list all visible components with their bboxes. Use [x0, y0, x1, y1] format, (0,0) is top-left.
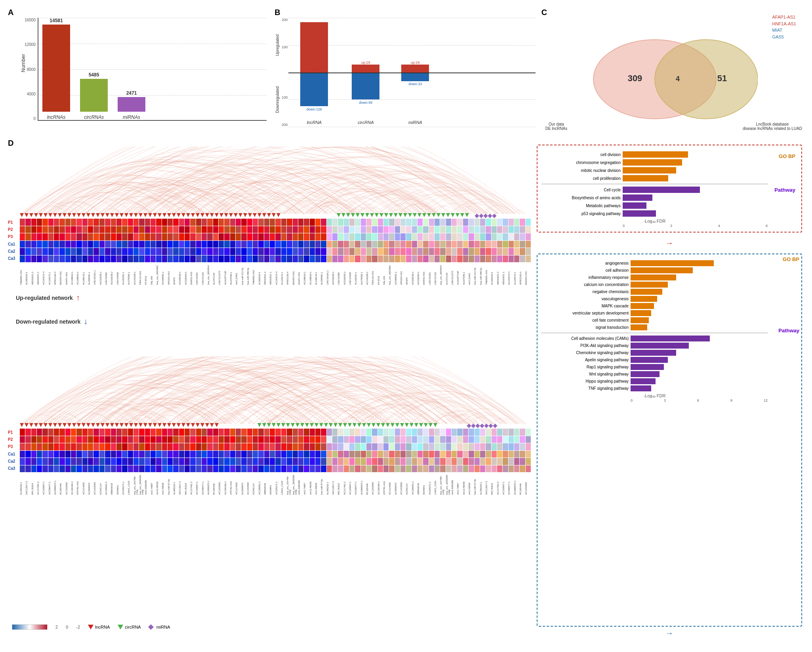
- bar-p53: [623, 210, 656, 217]
- colorbar-val-2: 2: [55, 625, 58, 629]
- gobp-label-upper: GO BP: [779, 153, 795, 159]
- bar-label-tnf: TNF signaling pathway: [541, 386, 629, 391]
- row-label-p2: P2: [8, 227, 19, 232]
- bar-chemotaxis: [631, 289, 662, 295]
- bar-vasculogenesis: [631, 296, 657, 302]
- colorbar-group: [12, 624, 48, 630]
- bar-label-vasculogenesis: vasculogenesis: [541, 297, 629, 301]
- x-axis-lower: -Log₁₀ FDR: [541, 393, 797, 398]
- upper-right-chart: GO BP cell division chromosome segregati…: [537, 145, 802, 233]
- bar-pi3k: [631, 343, 689, 349]
- svg-point-1: [655, 40, 758, 119]
- bar-row-metabolic: Metabolic pathways: [541, 202, 768, 209]
- legend-circrna-label: circRNA: [125, 625, 141, 629]
- bar-row-wnt: Wnt signaling pathway: [541, 371, 768, 377]
- bar-label-rap1: Rap1 signaling pathway: [541, 365, 629, 369]
- bar-apelin: [631, 357, 668, 363]
- lower-pathway-bars: Cell adhesion molecules (CAMs) PI3K-Akt …: [541, 336, 797, 391]
- bar-ventricular: [631, 310, 651, 316]
- venn-right-label: LncBook database disease lncRNAs related…: [743, 122, 802, 131]
- bar-label-apelin: Apelin signaling pathway: [541, 358, 629, 362]
- legend-lncrna-label: lncRNA: [95, 625, 110, 629]
- bar-row-cell-prolif: cell proliferation: [541, 175, 768, 181]
- colorbar-val-neg2: -2: [76, 625, 80, 629]
- bar-cell-cycle: [623, 187, 700, 193]
- bar-chrom-seg: [623, 159, 682, 166]
- bar-cell-division: [623, 151, 688, 158]
- bar-row-cams: Cell adhesion molecules (CAMs): [541, 336, 768, 341]
- mirna-up-bar: [401, 65, 429, 72]
- svg-text:51: 51: [717, 73, 727, 83]
- bar-label-cell-division: cell division: [541, 153, 621, 157]
- lncrna-up-label: up:185: [300, 68, 328, 72]
- bar-chemokine: [631, 350, 676, 356]
- legend-mirna-label: miRNA: [156, 625, 170, 629]
- bar-signal-trans: [631, 324, 647, 330]
- lncrna-x-label: lncRNA: [300, 120, 328, 125]
- lncrna-down-bar: [300, 72, 328, 106]
- bar-row-chrom-seg: chromosome segregation: [541, 159, 768, 166]
- mirna-down-bar: [401, 72, 429, 81]
- bar-label-angiogenesis: angiogenesis: [541, 261, 629, 265]
- bar-label-cell-adhesion: cell adhesion: [541, 268, 629, 273]
- bar-row-apelin: Apelin signaling pathway: [541, 357, 768, 363]
- bar-label-wnt: Wnt signaling pathway: [541, 372, 629, 376]
- bar-row-chemokine: Chemokine signaling pathway: [541, 350, 768, 356]
- bar-row-rap1: Rap1 signaling pathway: [541, 364, 768, 370]
- panel-c: C AFAP1-AS1 HNF1A-AS1 MIAT GAS5 309 4: [541, 8, 804, 135]
- venn-svg: 309 4 51: [587, 34, 758, 125]
- bar-label-metabolic: Metabolic pathways: [541, 204, 621, 208]
- bar-label-p53: p53 signaling pathway: [541, 212, 621, 216]
- pathway-label-lower: Pathway: [778, 328, 799, 334]
- bar-row-pi3k: PI3K-Akt signaling pathway: [541, 343, 768, 349]
- legend-lncrna: lncRNA: [88, 625, 110, 629]
- circrna-triangles-lower: [257, 423, 467, 429]
- bar-label-mapk: MAPK cascade: [541, 304, 629, 308]
- legend-area: 2 0 -2 lncRNA circRNA miRNA: [12, 624, 170, 630]
- lncrna-triangles-lower: [20, 423, 257, 429]
- row-label-p1: P1: [8, 220, 19, 225]
- venn-diagram: 309 4 51: [541, 24, 804, 135]
- bar-label-calcium: calcium ion concentration: [541, 282, 629, 287]
- lower-right-chart: GO BP angiogenesis cell adhesion inflamm…: [537, 254, 802, 627]
- bar-row-vasculogenesis: vasculogenesis: [541, 296, 768, 302]
- upper-arrow-connector: →: [537, 238, 802, 248]
- pathway-label-upper: Pathway: [774, 187, 795, 193]
- colorbar-val-0: 0: [66, 625, 68, 629]
- separator-lower: [541, 333, 768, 333]
- downregulated-label: Downregulated: [275, 86, 280, 113]
- row-label-ca2: Ca2: [8, 249, 19, 254]
- x-ticks-lower: 036912: [541, 398, 797, 402]
- bar-label-ventricular: ventricular septum development: [541, 311, 629, 315]
- panel-a-label: A: [8, 8, 13, 17]
- bar-rap1: [631, 364, 664, 370]
- circrna-triangles-upper: [337, 213, 475, 219]
- bar-label-cell-cycle: Cell cycle: [541, 188, 621, 192]
- bar-row-hippo: Hippo signaling pathway: [541, 378, 768, 384]
- panel-b-label: B: [274, 8, 280, 17]
- bar-lncrna-rect: [42, 25, 70, 112]
- bar-label-chemotaxis: negative chemotaxis: [541, 290, 629, 294]
- lncrna-up-bar: [300, 22, 328, 72]
- main-container: A Number 16000 12000 8000 4000: [0, 0, 812, 652]
- bar-mitotic: [623, 167, 676, 173]
- lower-markers-row: [20, 423, 527, 429]
- panel-c-label: C: [541, 8, 547, 17]
- bar-lncrna: 14581 lncRNAs: [42, 18, 70, 120]
- bar-row-cell-division: cell division: [541, 151, 768, 158]
- panel-a: A Number 16000 12000 8000 4000: [8, 8, 271, 135]
- lncrna-down-label: down:128: [300, 107, 328, 111]
- bar-calcium: [631, 282, 668, 288]
- lower-row-labels: P1 P2 P3 Ca1 Ca2 Ca3: [8, 429, 19, 472]
- mirna-down-label: down:33: [401, 82, 429, 86]
- legend-mirna: miRNA: [149, 625, 170, 629]
- bar-mapk: [631, 303, 654, 309]
- upregulated-label: Upregulated: [275, 34, 280, 56]
- bar-label-cell-fate: cell fate commitment: [541, 318, 629, 322]
- bar-row-mapk: MAPK cascade: [541, 303, 768, 309]
- bar-label-cams: Cell adhesion molecules (CAMs): [541, 336, 629, 341]
- svg-text:309: 309: [628, 73, 642, 83]
- row-label-p3: P3: [8, 234, 19, 239]
- lower-arc-svg: [20, 357, 527, 424]
- upper-pathway-bars: Cell cycle Biosynthesis of amino acids M…: [541, 187, 797, 217]
